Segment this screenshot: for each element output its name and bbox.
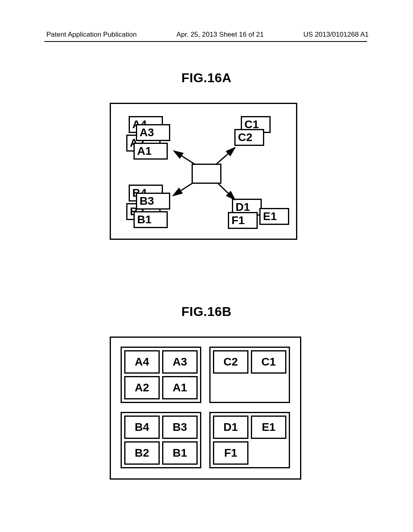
- cell-b2: B2: [124, 441, 160, 465]
- cell-a2: A2: [124, 376, 160, 399]
- box-b3: B3: [136, 193, 170, 210]
- box-e1: E1: [259, 208, 289, 225]
- header-right: US 2013/0101268 A1: [303, 31, 369, 39]
- figure-b-frame: A4 A3 A2 A1 C2 C1 B4 B3 B2 B1 D1 E1 F1: [110, 337, 301, 480]
- quadrant-top-right: C2 C1: [209, 347, 290, 403]
- cell-f1: F1: [213, 441, 248, 465]
- page-header: Patent Application Publication Apr. 25, …: [0, 31, 413, 39]
- cell-b1: B1: [162, 441, 198, 465]
- blank-cell: [213, 376, 248, 399]
- cell-c1: C1: [251, 350, 286, 374]
- box-a3: A3: [136, 124, 170, 141]
- blank-cell: [251, 376, 286, 399]
- header-left: Patent Application Publication: [46, 31, 137, 39]
- quadrant-top-left: A4 A3 A2 A1: [121, 347, 201, 403]
- center-box: [192, 164, 221, 184]
- box-b1: B1: [133, 211, 168, 228]
- box-c2: C2: [234, 129, 264, 146]
- figure-a-frame: A4 A2 A3 A1 C1 C2 B4 B2 B3 B1 D1 F1 E1: [110, 103, 297, 240]
- box-f1: F1: [228, 212, 258, 229]
- header-divider: [44, 41, 367, 42]
- cell-c2: C2: [213, 350, 248, 374]
- cell-d1: D1: [213, 416, 248, 439]
- cell-b4: B4: [124, 416, 160, 439]
- cell-b3: B3: [162, 416, 198, 439]
- cell-a1: A1: [162, 376, 198, 399]
- figure-b-title: FIG.16B: [181, 304, 232, 319]
- figure-a-title: FIG.16A: [181, 71, 232, 85]
- blank-cell: [251, 441, 286, 465]
- cell-a3: A3: [162, 350, 198, 374]
- cell-e1: E1: [251, 416, 286, 439]
- quadrant-bottom-left: B4 B3 B2 B1: [121, 412, 201, 468]
- box-a1: A1: [133, 143, 168, 160]
- header-center: Apr. 25, 2013 Sheet 16 of 21: [176, 31, 263, 39]
- quadrant-bottom-right: D1 E1 F1: [209, 412, 290, 468]
- cell-a4: A4: [124, 350, 160, 374]
